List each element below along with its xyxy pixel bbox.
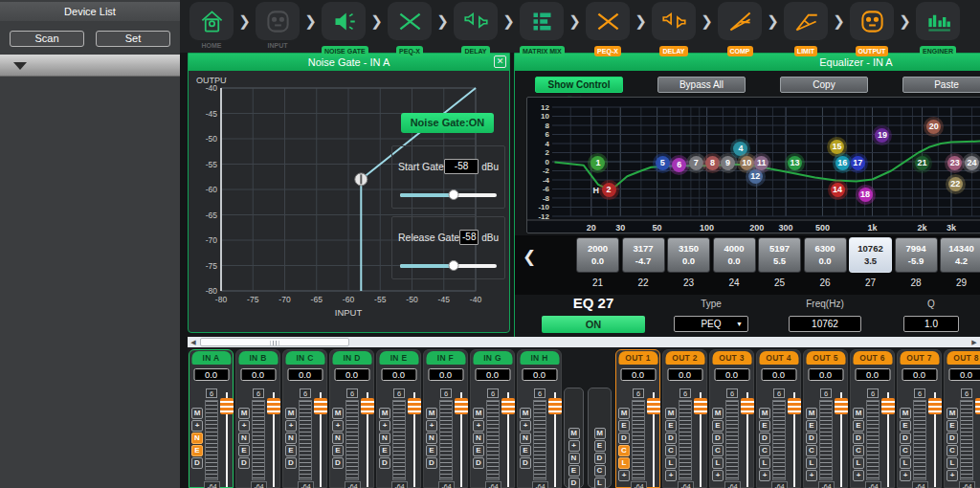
- strip-button-m[interactable]: M: [806, 408, 817, 419]
- fader-handle[interactable]: [788, 398, 801, 414]
- strip-button-m[interactable]: M: [947, 408, 958, 419]
- band-cell-26[interactable]: 63000.0: [804, 237, 847, 273]
- device-dropdown[interactable]: [0, 55, 180, 77]
- eq-point-23[interactable]: 23: [947, 156, 962, 170]
- fader-handle[interactable]: [267, 398, 280, 414]
- strip-button-d[interactable]: D: [759, 433, 770, 444]
- channel-label[interactable]: IN C: [285, 351, 324, 365]
- channel-gain-value[interactable]: 0.0: [428, 368, 463, 381]
- eq-point-20[interactable]: 20: [926, 120, 941, 134]
- start-gate-slider[interactable]: [400, 189, 497, 200]
- eq-point-24[interactable]: 24: [965, 156, 979, 170]
- eq-point-1[interactable]: 1: [590, 156, 605, 170]
- strip-button-plus[interactable]: +: [285, 420, 297, 432]
- strip-button-e[interactable]: E: [238, 445, 250, 456]
- eq-point-16[interactable]: 16: [835, 156, 850, 170]
- channel-gain-value[interactable]: 0.0: [193, 368, 229, 381]
- q-input[interactable]: 1.0: [903, 316, 959, 332]
- strip-button-e[interactable]: E: [332, 445, 344, 456]
- strip-button-m[interactable]: M: [285, 408, 297, 419]
- strip-button-e[interactable]: E: [426, 445, 437, 456]
- channel-gain-value[interactable]: 0.0: [381, 368, 416, 381]
- freq-input[interactable]: 10762: [789, 316, 861, 332]
- start-gate-input[interactable]: -58: [444, 159, 479, 174]
- band-cell-28[interactable]: 7994-5.9: [895, 237, 938, 273]
- channel-label[interactable]: IN H: [520, 351, 559, 365]
- scroll-left-icon[interactable]: ◀: [189, 337, 198, 347]
- strip-button-plus[interactable]: +: [426, 420, 437, 432]
- strip-button-d[interactable]: D: [332, 457, 344, 469]
- channel-label[interactable]: OUT 5: [806, 351, 845, 365]
- strip-button-d[interactable]: D: [712, 433, 724, 444]
- strip-button-plus[interactable]: +: [520, 420, 531, 432]
- strip-button-e[interactable]: E: [568, 465, 580, 477]
- strip-button-l[interactable]: L: [947, 457, 958, 469]
- strip-button-e[interactable]: E: [900, 420, 911, 432]
- strip-button-e[interactable]: E: [853, 420, 864, 432]
- eq-point-8[interactable]: 8: [705, 156, 720, 170]
- fader-handle[interactable]: [881, 398, 895, 414]
- strip-button-d[interactable]: D: [285, 457, 297, 469]
- channel-label[interactable]: IN A: [191, 351, 231, 365]
- strip-button-plus[interactable]: +: [947, 470, 958, 481]
- strip-button-d[interactable]: D: [379, 457, 390, 469]
- strip-button-m[interactable]: M: [426, 408, 437, 419]
- eq-point-12[interactable]: 12: [748, 169, 763, 184]
- strip-button-c[interactable]: C: [594, 465, 606, 477]
- strip-button-n[interactable]: N: [238, 433, 250, 444]
- band-scroll-left-icon[interactable]: ❮: [523, 247, 536, 267]
- eq-point-11[interactable]: 11: [754, 156, 768, 170]
- strip-button-d[interactable]: D: [473, 457, 484, 469]
- strip-button-plus[interactable]: +: [473, 420, 484, 432]
- channel-label[interactable]: IN G: [473, 351, 512, 365]
- start-gate-slider-thumb[interactable]: [448, 189, 458, 200]
- channel-gain-value[interactable]: 0.0: [620, 368, 656, 381]
- eq-point-2[interactable]: 2H: [602, 183, 616, 197]
- strip-button-plus[interactable]: +: [332, 420, 344, 432]
- equalizer-graph[interactable]: 121086420-2-4-6-8-10-1220305010020030050…: [526, 97, 980, 233]
- strip-button-l[interactable]: L: [759, 457, 770, 469]
- strip-button-d[interactable]: D: [238, 457, 250, 469]
- fader-handle[interactable]: [501, 398, 515, 414]
- strip-button-l[interactable]: L: [900, 457, 911, 469]
- fader-handle[interactable]: [408, 398, 421, 414]
- strip-button-e[interactable]: E: [947, 420, 958, 432]
- strip-button-m[interactable]: M: [473, 408, 484, 419]
- eq-point-9[interactable]: 9: [721, 156, 735, 170]
- fader-handle[interactable]: [455, 398, 468, 414]
- eq-point-18[interactable]: 18: [858, 188, 873, 202]
- strip-button-d[interactable]: D: [665, 433, 677, 444]
- toolbar-item-peq-x[interactable]: PEQ-X: [586, 2, 630, 57]
- channel-label[interactable]: OUT 6: [853, 351, 892, 365]
- strip-button-m[interactable]: M: [900, 408, 911, 419]
- strip-button-e[interactable]: E: [806, 420, 817, 432]
- strip-button-m[interactable]: M: [712, 408, 724, 419]
- type-dropdown[interactable]: PEQ ▼: [674, 316, 748, 332]
- strip-button-m[interactable]: M: [759, 408, 770, 419]
- toolbar-item-delay[interactable]: DELAY: [454, 2, 498, 57]
- scrollbar-thumb[interactable]: [200, 338, 349, 346]
- scroll-right-icon[interactable]: ▶: [969, 337, 979, 347]
- toolbar-item-matrix-mix[interactable]: MATRIX MIX: [520, 2, 564, 57]
- strip-button-e[interactable]: E: [473, 445, 484, 456]
- strip-button-plus[interactable]: +: [568, 440, 580, 452]
- fader-handle[interactable]: [548, 398, 562, 414]
- toolbar-item-enginer[interactable]: ENGINER: [916, 2, 960, 57]
- strip-button-c[interactable]: C: [618, 445, 630, 456]
- strip-button-m[interactable]: M: [238, 408, 250, 419]
- toolbar-item-peq-x[interactable]: PEQ-X: [388, 2, 432, 57]
- channel-label[interactable]: IN E: [379, 351, 418, 365]
- strip-button-n[interactable]: N: [285, 433, 297, 444]
- eq-point-4[interactable]: 4: [733, 142, 747, 156]
- strip-button-m[interactable]: M: [618, 408, 630, 419]
- strip-button-e[interactable]: E: [594, 440, 606, 452]
- channel-label[interactable]: OUT 4: [759, 351, 798, 365]
- channel-gain-value[interactable]: 0.0: [240, 368, 276, 381]
- channel-gain-value[interactable]: 0.0: [714, 368, 749, 381]
- strip-button-n[interactable]: N: [379, 433, 390, 444]
- strip-button-m[interactable]: M: [853, 408, 864, 419]
- eq-point-21[interactable]: 21: [915, 156, 929, 170]
- channel-gain-value[interactable]: 0.0: [855, 368, 890, 381]
- strip-button-plus[interactable]: +: [900, 470, 911, 481]
- strip-button-c[interactable]: C: [665, 445, 677, 456]
